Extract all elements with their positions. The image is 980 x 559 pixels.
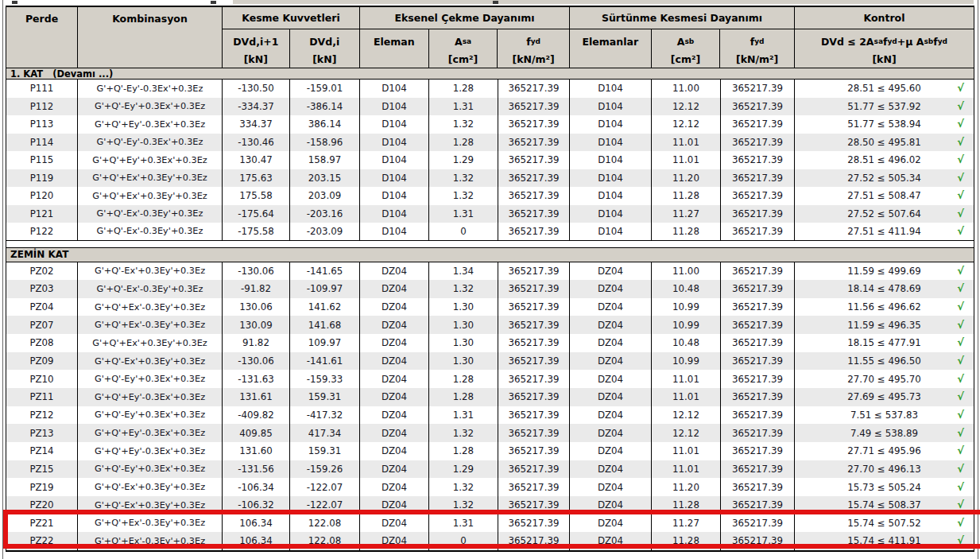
cell-fyd-a: 365217.39: [498, 460, 570, 479]
cell-eleman: D104: [360, 151, 429, 169]
kontrol-value: 27.70 ≤ 496.13: [847, 464, 920, 475]
table-row-P115[interactable]: P115G'+Q'+Ey'+0.3Ex'+0.3Ez130.47158.97D1…: [6, 151, 974, 169]
cell-fyd-b: 365217.39: [721, 424, 795, 442]
cell-dvd-i: -203.16: [290, 205, 360, 223]
cell-fyd-b: 365217.39: [721, 406, 795, 425]
cell-fyd-b: 365217.39: [721, 280, 795, 298]
cell-asa: 1.30: [429, 298, 498, 316]
cell-kontrol: 27.69 ≤ 495.73√: [795, 388, 974, 406]
cell-kombinasyon: G'+Q'-Ey'-0.3Ex'+0.3Ez: [78, 80, 223, 98]
cell-eleman: D104: [360, 187, 429, 205]
cell-fyd-b: 365217.39: [721, 388, 795, 406]
cell-dvd-i1: 409.85: [223, 424, 290, 442]
kontrol-value: 27.51 ≤ 411.94: [847, 226, 920, 237]
cell-elemanlar: DZ04: [570, 460, 652, 479]
cell-kombinasyon: G'+Q'-Ey'+0.3Ex'+0.3Ez: [78, 460, 223, 479]
cell-dvd-i: -159.33: [290, 370, 360, 388]
check-icon: √: [957, 301, 964, 312]
cell-kontrol: 28.50 ≤ 495.81√: [795, 134, 974, 152]
column-group-kontrol-label: Kontrol: [795, 7, 974, 29]
cell-asb: 10.48: [652, 280, 721, 298]
cell-kontrol: 11.59 ≤ 499.69√: [795, 262, 974, 281]
cell-asb: 10.99: [652, 298, 721, 316]
cell-kontrol: 11.56 ≤ 496.62√: [795, 298, 974, 316]
table-row-P114[interactable]: P114G'+Q'-Ey'-0.3Ex'+0.3Ez-130.46-158.96…: [6, 134, 974, 152]
cell-eleman: D104: [360, 223, 429, 240]
cell-fyd-a: 365217.39: [498, 98, 570, 116]
table-row-P113[interactable]: P113G'+Q'+Ey'-0.3Ex'+0.3Ez334.37386.14D1…: [6, 115, 974, 134]
cell-elemanlar: DZ04: [570, 316, 652, 334]
table-row-PZ03[interactable]: PZ03G'+Q'-Ex'-0.3Ey'+0.3Ez-91.82-109.97D…: [6, 280, 974, 298]
cell-elemanlar: D104: [570, 223, 652, 240]
table-row-PZ02[interactable]: PZ02G'+Q'-Ex'+0.3Ey'+0.3Ez-130.06-141.65…: [6, 262, 974, 281]
cell-kontrol: 11.55 ≤ 496.50√: [795, 352, 974, 371]
table-row-PZ11[interactable]: PZ11G'+Q'+Ey'-0.3Ex'+0.3Ez131.61159.31DZ…: [6, 388, 974, 406]
table-row-P112[interactable]: P112G'+Q'-Ey'+0.3Ex'+0.3Ez-334.37-386.14…: [6, 98, 974, 116]
table-row-PZ07[interactable]: PZ07G'+Q'+Ex'-0.3Ey'+0.3Ez130.09141.68DZ…: [6, 316, 974, 334]
cell-fyd-a: 365217.39: [498, 334, 570, 352]
cell-asb: 11.01: [652, 134, 721, 152]
cell-kombinasyon: G'+Q'-Ex'-0.3Ey'+0.3Ez: [78, 223, 223, 240]
cell-dvd-i1: 175.63: [223, 169, 290, 188]
cell-asb: 10.48: [652, 334, 721, 352]
column-header-kontrol-formula: DVd ≤ 2Asafyd+μ Asbfyd[kN]: [795, 29, 974, 68]
table-row-PZ09[interactable]: PZ09G'+Q'-Ex'+0.3Ey'+0.3Ez-130.06-141.61…: [6, 352, 974, 371]
column-group-surtunme-label: Sürtünme Kesmesi Dayanımı: [570, 7, 794, 29]
table-row-PZ15[interactable]: PZ15G'+Q'-Ey'+0.3Ex'+0.3Ez-131.56-159.26…: [6, 460, 974, 479]
cell-fyd-b: 365217.39: [721, 298, 795, 316]
cell-elemanlar: DZ04: [570, 262, 652, 281]
table-header: Perde Kombinasyon Kesme Kuvvetleri DVd,i…: [6, 7, 974, 68]
table-row-PZ04[interactable]: PZ04G'+Q'+Ex'-0.3Ey'+0.3Ez130.06141.62DZ…: [6, 298, 974, 316]
cell-dvd-i1: 130.47: [223, 151, 290, 169]
table-row-PZ10[interactable]: PZ10G'+Q'-Ey'+0.3Ex'+0.3Ez-131.63-159.33…: [6, 370, 974, 388]
check-icon: √: [957, 337, 964, 347]
cell-fyd-a: 365217.39: [498, 115, 570, 134]
cell-eleman: DZ04: [360, 478, 429, 496]
cell-kontrol: 7.51 ≤ 537.83√: [795, 406, 974, 425]
cell-perde: PZ03: [6, 280, 78, 298]
cell-eleman: DZ04: [360, 280, 429, 298]
cell-asa: 1.31: [429, 98, 498, 116]
cell-asb: 12.12: [652, 115, 721, 134]
cell-elemanlar: DZ04: [570, 442, 652, 460]
table-row-P121[interactable]: P121G'+Q'-Ex'-0.3Ey'+0.3Ez-175.64-203.16…: [6, 205, 974, 223]
cell-eleman: DZ04: [360, 262, 429, 281]
cell-dvd-i: -159.26: [290, 460, 360, 479]
table-row-PZ08[interactable]: PZ08G'+Q'+Ex'+0.3Ey'+0.3Ez91.82109.97DZ0…: [6, 334, 974, 352]
cell-asa: 1.32: [429, 478, 498, 496]
panel-border-right: [978, 0, 978, 559]
kontrol-value: 27.71 ≤ 495.96: [847, 445, 920, 456]
cell-dvd-i1: -409.82: [223, 406, 290, 425]
column-header-kombinasyon-label: Kombinasyon: [78, 7, 222, 29]
cell-elemanlar: DZ04: [570, 406, 652, 425]
table-row-P122[interactable]: P122G'+Q'-Ex'-0.3Ey'+0.3Ez-175.58-203.09…: [6, 223, 974, 241]
table-row-PZ14[interactable]: PZ14G'+Q'+Ey'-0.3Ex'+0.3Ez131.60159.31DZ…: [6, 442, 974, 460]
table-row-PZ12[interactable]: PZ12G'+Q'-Ey'+0.3Ex'+0.3Ez-409.82-417.32…: [6, 406, 974, 425]
cell-elemanlar: DZ04: [570, 352, 652, 371]
table-row-PZ19[interactable]: PZ19G'+Q'-Ex'+0.3Ey'+0.3Ez-106.34-122.07…: [6, 478, 974, 496]
cell-kombinasyon: G'+Q'+Ey'-0.3Ex'+0.3Ez: [78, 115, 223, 134]
cell-dvd-i1: -130.06: [223, 352, 290, 371]
cell-kombinasyon: G'+Q'-Ex'+0.3Ey'+0.3Ez: [78, 262, 223, 281]
cell-fyd-b: 365217.39: [721, 370, 795, 388]
cell-elemanlar: D104: [570, 151, 652, 169]
cell-kontrol: 27.51 ≤ 411.94√: [795, 223, 974, 240]
cell-asb: 11.00: [652, 262, 721, 281]
cell-dvd-i1: 175.58: [223, 187, 290, 205]
cell-fyd-a: 365217.39: [498, 151, 570, 169]
cell-asb: 10.99: [652, 352, 721, 371]
cell-perde: P122: [6, 223, 78, 240]
table-row-PZ13[interactable]: PZ13G'+Q'+Ey'-0.3Ex'+0.3Ez409.85417.34DZ…: [6, 424, 974, 442]
table-row-P111[interactable]: P111G'+Q'-Ey'-0.3Ex'+0.3Ez-130.50-159.01…: [6, 80, 974, 98]
column-header-kombinasyon: Kombinasyon: [78, 7, 223, 68]
table-row-P119[interactable]: P119G'+Q'+Ex'+0.3Ey'+0.3Ez175.63203.15D1…: [6, 169, 974, 188]
table-row-P120[interactable]: P120G'+Q'+Ex'+0.3Ey'+0.3Ez175.58203.09D1…: [6, 187, 974, 205]
cell-fyd-b: 365217.39: [721, 205, 795, 223]
clipped-text-fragment: [12, 1, 17, 4]
cell-asb: 11.28: [652, 187, 721, 205]
clipped-band: [233, 0, 974, 4]
cell-dvd-i: -158.96: [290, 134, 360, 152]
cell-fyd-b: 365217.39: [721, 262, 795, 281]
cell-fyd-a: 365217.39: [498, 80, 570, 98]
cell-dvd-i1: -130.50: [223, 80, 290, 98]
